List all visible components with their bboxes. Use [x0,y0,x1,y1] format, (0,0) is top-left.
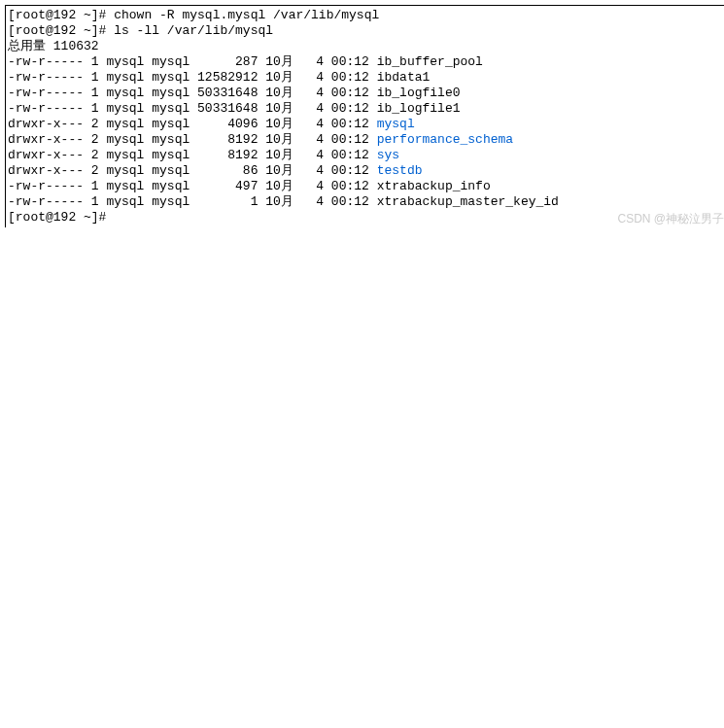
csdn-watermark: CSDN @神秘泣男子 [617,211,724,227]
annotation-arrows [0,0,724,232]
